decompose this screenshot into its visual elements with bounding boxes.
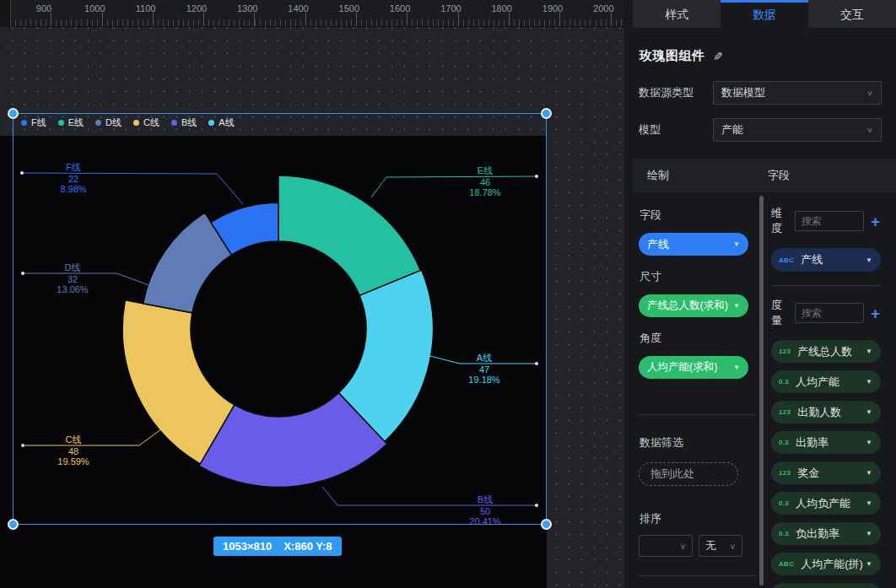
measure-pill-奖金[interactable]: 123 奖金▼ [771,461,881,484]
resize-handle-top-left[interactable] [8,108,19,119]
field-name: 出勤率 [796,435,829,450]
legend-label: D线 [105,116,121,129]
ruler-tick-label: 1700 [440,3,461,13]
leader-dot [535,504,538,507]
ruler-tick-label: 1300 [237,3,257,13]
select-value: 产能 [721,122,743,138]
legend-dot [171,120,177,126]
legend-item-F线[interactable]: F线 [21,116,46,129]
legend-item-B线[interactable]: B线 [171,116,197,129]
chart-label-C线: C线4819.59% [21,419,175,467]
label-value: 48 [68,446,78,456]
dim-pill-产线[interactable]: ABC 产线▼ [771,248,881,272]
slice-E线[interactable] [278,175,420,295]
add-measure-button[interactable]: + [871,305,880,321]
leader-line [23,273,156,288]
chevron-down-icon: ▼ [733,364,740,371]
label-name: A线 [477,353,492,363]
field-type-icon: 0.3 [779,499,789,507]
chevron-down-icon: ▼ [733,240,740,248]
resize-handle-bottom-right[interactable] [541,519,552,530]
config-label: 数据源类型 [639,85,713,100]
divider [771,285,882,286]
measure-pill-负出勤率[interactable]: 0.3 负出勤率▼ [771,522,881,545]
label-value: 32 [67,274,78,284]
sort-select-1[interactable]: ∨ [639,535,693,557]
field-name: 产线总人数 [797,344,852,359]
label-name: C线 [66,434,82,445]
chevron-down-icon: ∨ [680,542,686,551]
measure-pill-出勤人数[interactable]: 123 出勤人数▼ [771,401,881,423]
leader-dot [21,272,24,275]
panel-tab-交互[interactable]: 交互 [808,0,896,28]
chevron-down-icon: ▼ [866,348,872,355]
legend-item-C线[interactable]: C线 [133,116,159,129]
measure-pill-人均产能(拼)[interactable]: ABC 人均产能(拼)▼ [771,553,881,575]
column-scrollbar[interactable] [759,196,764,585]
label-value: 47 [479,364,489,375]
measure-pill-产线总人数[interactable]: 123 产线总人数▼ [771,340,881,363]
field-type-icon: 123 [779,348,791,355]
tab-draw[interactable]: 绘制 [647,168,768,183]
field-type-icon: 0.3 [779,378,789,386]
config-row: 模型 产能 ∨ [639,118,882,142]
add-dimension-button[interactable]: + [871,213,880,229]
config-rows: 数据源类型 数据模型 ∨ 模型 产能 ∨ [639,81,882,142]
legend-label: E线 [68,116,84,129]
config-select[interactable]: 产能 ∨ [713,118,882,142]
fields-column: 维度 +ABC 产线▼度量 +123 产线总人数▼0.3 人均产能▼123 出勤… [757,192,882,588]
ruler-corner [0,0,11,27]
rose-chart[interactable]: E线4618.78%A线4719.18%B线5020.41%C线4819.59%… [0,0,624,588]
field-name: 出勤人数 [797,405,841,420]
chart-label-E线: E线4618.78% [371,165,538,197]
tab-fields[interactable]: 字段 [768,168,790,183]
leader-dot [20,171,24,175]
sort-select-2[interactable]: 无 ∨ [699,535,742,557]
panel-tab-数据[interactable]: 数据 [721,0,808,28]
resize-handle-top-right[interactable] [541,108,552,119]
legend-item-A线[interactable]: A线 [208,116,234,129]
search-row-measure: 度量 + [771,298,882,328]
legend-item-E线[interactable]: E线 [58,116,84,129]
edit-title-icon[interactable]: ✎ [713,50,723,63]
resize-handle-bottom-left[interactable] [8,519,19,530]
panel-tab-bar: 样式数据交互 [624,0,896,28]
draw-group-label: 字段 [640,208,757,223]
draw-pill-产线[interactable]: 产线 ▼ [639,233,748,256]
label-value: 46 [480,177,490,187]
filter-label: 数据筛选 [640,435,757,450]
label-value: 50 [480,506,490,516]
label-name: E线 [478,165,493,175]
chevron-down-icon: ▼ [866,530,872,537]
label-value: 22 [68,174,78,184]
measure-pill-记录数[interactable]: 123 记录数 [771,583,881,588]
panel-tab-样式[interactable]: 样式 [633,0,721,28]
search-row-dimension: 维度 + [771,206,882,236]
legend-label: F线 [31,116,46,129]
config-select[interactable]: 数据模型 ∨ [713,81,882,105]
field-type-icon: 123 [779,469,791,477]
draw-pill-产线总人数(求和)[interactable]: 产线总人数(求和) ▼ [639,294,748,317]
legend-dot [21,120,27,126]
filter-drop-zone[interactable]: 拖到此处 [639,462,738,486]
field-type-icon: 0.3 [779,439,789,446]
measure-search-input[interactable] [795,303,864,323]
measure-pill-人均负产能[interactable]: 0.3 人均负产能▼ [771,492,881,515]
measure-pill-出勤率[interactable]: 0.3 出勤率▼ [771,431,881,454]
legend-item-D线[interactable]: D线 [95,116,121,129]
legend-label: A线 [219,116,234,129]
field-name: 奖金 [797,466,819,481]
legend-dot [133,120,139,126]
measure-pill-人均产能[interactable]: 0.3 人均产能▼ [771,370,881,393]
divider [639,575,757,576]
draw-pill-人均产能(求和)[interactable]: 人均产能(求和) ▼ [639,356,748,379]
ruler-tick-label: 1600 [390,3,410,13]
label-percent: 18.78% [469,187,501,197]
chevron-down-icon: ▼ [866,408,872,416]
leader-line [23,419,175,445]
section-tab-bar: 绘制 字段 [633,159,896,192]
dimension-search-input[interactable] [795,211,864,231]
legend-dot [58,120,64,126]
label-percent: 13.06% [57,284,89,294]
chart-label-D线: D线3213.06% [21,262,156,294]
